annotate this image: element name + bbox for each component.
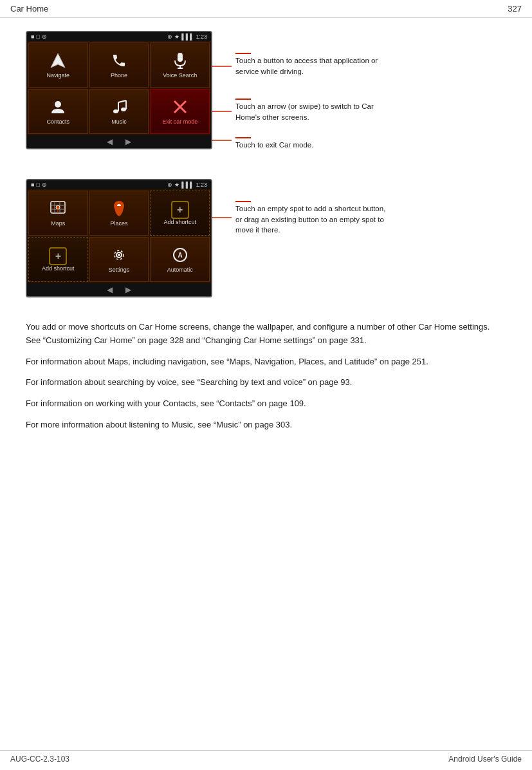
status-icon-settings: ⊕ <box>167 33 172 40</box>
svg-text:A: A <box>178 252 182 259</box>
contacts-icon <box>49 98 67 116</box>
screenshot-row-2: ■ □ ⊕ ⊕ ★ ▌▌▌ 1:23 <box>26 179 506 308</box>
contacts-label: Contacts <box>47 118 70 125</box>
svg-rect-1 <box>178 53 183 62</box>
navigate-label: Navigate <box>47 72 70 79</box>
red-line-1-3 <box>235 137 251 138</box>
status-icon-screen-2: □ <box>36 182 39 188</box>
phone-screen-1: ■ □ ⊕ ⊕ ★ ▌▌▌ 1:23 <box>26 31 212 149</box>
status-icon-signal: ▌▌▌ <box>181 33 194 40</box>
callout-1-3: Touch to exit Car mode. <box>235 135 390 151</box>
callout-line-2-1 <box>235 201 390 202</box>
phone-icon <box>110 52 128 70</box>
footer-left: AUG-CC-2.3-103 <box>10 755 69 764</box>
settings-label: Settings <box>109 267 130 273</box>
status-bar-1: ■ □ ⊕ ⊕ ★ ▌▌▌ 1:23 <box>27 32 211 41</box>
status-icons-left-1: ■ □ ⊕ <box>31 33 47 40</box>
status-icon-settings-2: ⊕ <box>167 182 172 188</box>
grid-cell-voice-search[interactable]: Voice Search <box>150 42 210 88</box>
red-line-1-1 <box>235 53 251 54</box>
exit-label: Exit car mode <box>162 118 197 125</box>
nav-back-1: ◀ <box>107 137 113 146</box>
status-icon-screen: □ <box>36 33 39 40</box>
svg-point-5 <box>113 109 118 113</box>
status-icon-sim-2: ■ <box>31 182 34 188</box>
svg-point-6 <box>121 108 126 111</box>
svg-point-4 <box>55 101 61 108</box>
red-line-2-1 <box>235 201 251 202</box>
connectors-svg-2 <box>212 179 232 308</box>
places-label: Places <box>110 220 127 227</box>
paragraph-4: For information on working with your Con… <box>26 397 506 411</box>
callout-1-2: Touch an arrow (or swipe) to switch to C… <box>235 96 390 122</box>
grid-cell-settings[interactable]: Settings <box>89 237 149 282</box>
grid-cell-navigate[interactable]: Navigate <box>28 42 88 88</box>
status-icon-circle-2: ⊕ <box>42 182 47 188</box>
paragraph-3: For information about searching by voice… <box>26 376 506 390</box>
callout-2-1: Touch an empty spot to add a shortcut bu… <box>235 198 390 236</box>
grid-cell-music[interactable]: Music <box>89 89 149 134</box>
maps-label: Maps <box>51 220 65 227</box>
nav-right-1: ▶ <box>125 137 131 146</box>
phone-screen-2: ■ □ ⊕ ⊕ ★ ▌▌▌ 1:23 <box>26 179 212 297</box>
paragraph-2: For information about Maps, including na… <box>26 355 506 369</box>
nav-back-2: ◀ <box>107 285 113 294</box>
grid-cell-phone[interactable]: Phone <box>89 42 149 88</box>
music-icon <box>110 98 128 116</box>
nav-bar-2: ◀ ▶ <box>27 283 211 296</box>
status-icon-star: ★ <box>174 33 179 40</box>
paragraph-1: You add or move shortcuts on Car Home sc… <box>26 321 506 348</box>
callout-line-1-2 <box>235 99 390 100</box>
status-icon-signal-2: ▌▌▌ <box>181 182 194 188</box>
callout-line-1-1 <box>235 53 390 54</box>
callout-text-1-1: Touch a button to access that applicatio… <box>235 55 390 77</box>
status-icon-circle: ⊕ <box>42 33 47 40</box>
svg-marker-0 <box>51 53 65 68</box>
navigate-icon <box>49 52 67 70</box>
status-icons-right-2: ⊕ ★ ▌▌▌ 1:23 <box>167 182 207 188</box>
page-content: ■ □ ⊕ ⊕ ★ ▌▌▌ 1:23 <box>0 18 532 453</box>
add-shortcut-label-2: Add shortcut <box>42 265 75 272</box>
page-header: Car Home 327 <box>0 0 532 18</box>
callouts-2: Touch an empty spot to add a shortcut bu… <box>232 179 390 245</box>
voice-search-icon <box>171 52 189 70</box>
nav-bar-1: ◀ ▶ <box>27 135 211 148</box>
status-time-1: 1:23 <box>196 33 207 40</box>
places-icon <box>110 200 128 218</box>
phone-label: Phone <box>111 72 127 79</box>
callout-1-1: Touch a button to access that applicatio… <box>235 50 390 77</box>
svg-point-29 <box>118 254 120 256</box>
svg-line-9 <box>118 100 126 102</box>
grid-cell-exit[interactable]: Exit car mode <box>150 89 210 134</box>
status-icons-left-2: ■ □ ⊕ <box>31 182 47 188</box>
red-line-1-2 <box>235 99 251 100</box>
phone-grid-1: Navigate Phone <box>27 41 211 135</box>
grid-cell-automatic[interactable]: A Automatic <box>150 237 210 282</box>
status-icon-star-2: ★ <box>174 182 179 188</box>
add-shortcut-label-1: Add shortcut <box>163 219 196 225</box>
grid-cell-maps[interactable]: Maps <box>28 191 88 236</box>
status-icons-right-1: ⊕ ★ ▌▌▌ 1:23 <box>167 33 207 40</box>
grid-cell-contacts[interactable]: Contacts <box>28 89 88 134</box>
add-shortcut-icon-2: + <box>49 247 67 265</box>
chapter-title: Car Home <box>10 4 48 14</box>
exit-icon <box>171 98 189 116</box>
grid-cell-add-shortcut-2[interactable]: + Add shortcut <box>28 237 88 282</box>
grid-cell-add-shortcut-1[interactable]: + Add shortcut <box>150 191 210 236</box>
music-label: Music <box>111 118 127 125</box>
body-paragraphs: You add or move shortcuts on Car Home sc… <box>26 321 506 432</box>
automatic-icon: A <box>171 246 189 264</box>
callout-text-1-2: Touch an arrow (or swipe) to switch to C… <box>235 101 390 122</box>
add-shortcut-icon-1: + <box>171 201 189 219</box>
phone-grid-2: Maps Places + Add short <box>27 189 211 283</box>
callout-line-1-3 <box>235 137 313 138</box>
paragraph-5: For more information about listening to … <box>26 418 506 432</box>
grid-cell-places[interactable]: Places <box>89 191 149 236</box>
voice-search-label: Voice Search <box>163 72 197 79</box>
settings-icon <box>110 246 128 264</box>
nav-right-2: ▶ <box>125 285 131 294</box>
footer-right: Android User's Guide <box>448 755 522 764</box>
connectors-svg-1 <box>212 31 232 173</box>
callouts-1: Touch a button to access that applicatio… <box>232 31 390 159</box>
automatic-label: Automatic <box>167 267 193 273</box>
